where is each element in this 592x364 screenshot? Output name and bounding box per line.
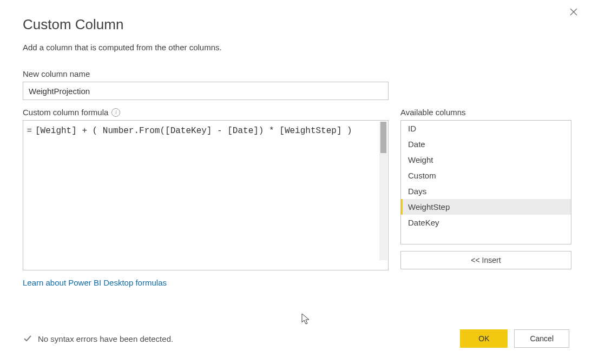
column-item[interactable]: Custom [401, 168, 571, 183]
checkmark-icon [23, 334, 32, 343]
formula-scrollbar[interactable] [379, 122, 387, 260]
column-item[interactable]: ID [401, 121, 571, 136]
column-item[interactable]: WeightStep [401, 199, 571, 215]
ok-button[interactable]: OK [460, 329, 508, 348]
formula-textarea[interactable] [34, 121, 388, 270]
column-item[interactable]: Days [401, 183, 571, 199]
formula-label: Custom column formula i [23, 108, 389, 117]
close-icon[interactable] [567, 5, 580, 18]
formula-gutter: = [23, 121, 34, 270]
formula-label-text: Custom column formula [23, 108, 108, 117]
status-text: No syntax errors have been detected. [38, 334, 173, 343]
dialog-subtitle: Add a column that is computed from the o… [23, 43, 569, 52]
button-group: OK Cancel [460, 329, 569, 348]
cancel-button[interactable]: Cancel [514, 329, 569, 348]
formula-scrollbar-thumb[interactable] [380, 122, 386, 153]
available-columns-label: Available columns [400, 108, 571, 117]
info-icon[interactable]: i [111, 108, 120, 117]
mouse-cursor [301, 313, 312, 328]
custom-column-dialog: Custom Column Add a column that is compu… [0, 0, 592, 288]
column-item[interactable]: Date [401, 136, 571, 152]
new-column-name-label: New column name [23, 69, 569, 78]
dialog-footer: No syntax errors have been detected. OK … [23, 329, 569, 348]
formula-editor[interactable]: = [23, 120, 389, 270]
insert-button[interactable]: << Insert [400, 251, 571, 269]
column-item[interactable]: Weight [401, 152, 571, 168]
status-bar: No syntax errors have been detected. [23, 334, 173, 343]
learn-formulas-link[interactable]: Learn about Power BI Desktop formulas [23, 278, 167, 287]
dialog-title: Custom Column [23, 16, 569, 33]
new-column-name-input[interactable] [23, 82, 389, 100]
available-columns-list[interactable]: IDDateWeightCustomDaysWeightStepDateKey [400, 120, 571, 244]
column-item[interactable]: DateKey [401, 215, 571, 230]
